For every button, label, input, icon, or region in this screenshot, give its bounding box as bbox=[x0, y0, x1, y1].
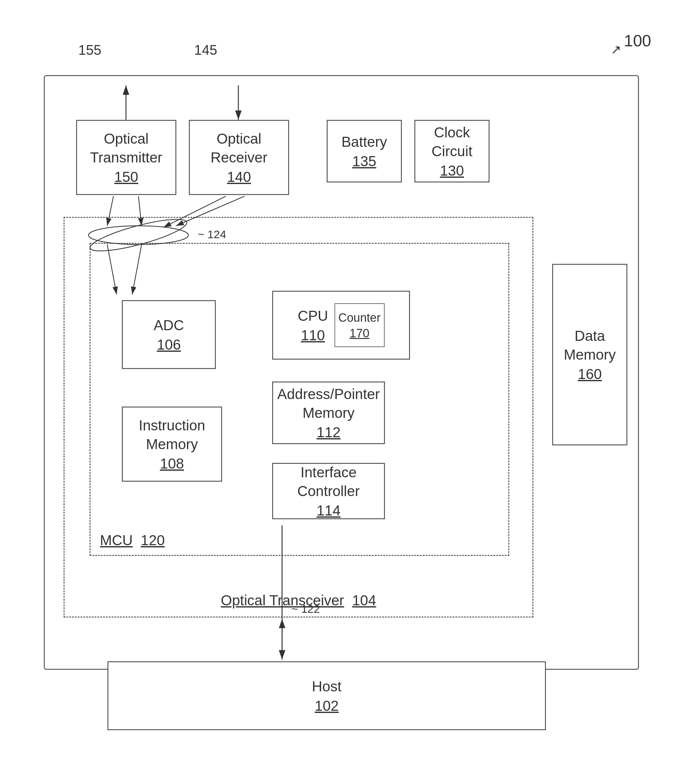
interface-controller-label: Interface Controller bbox=[273, 463, 384, 501]
cpu-box: CPU 110 Counter 170 bbox=[272, 291, 410, 360]
address-memory-number: 112 bbox=[317, 424, 341, 441]
data-memory-box: Data Memory 160 bbox=[552, 264, 627, 445]
cpu-number: 110 bbox=[301, 327, 325, 344]
optical-receiver-number: 140 bbox=[227, 168, 251, 185]
optical-receiver-box: Optical Receiver 140 bbox=[189, 120, 289, 195]
host-label: Host bbox=[312, 677, 342, 696]
optical-transmitter-label: Optical Transmitter bbox=[77, 130, 175, 167]
battery-number: 135 bbox=[352, 153, 376, 170]
mcu-label: MCU 120 bbox=[100, 532, 165, 548]
data-memory-label: Data Memory bbox=[553, 327, 626, 364]
instruction-memory-box: Instruction Memory 108 bbox=[122, 407, 222, 482]
host-box: Host 102 bbox=[107, 661, 546, 730]
adc-number: 106 bbox=[157, 336, 181, 353]
ref-100-label: 100 bbox=[624, 31, 651, 50]
counter-number: 170 bbox=[350, 327, 369, 340]
mcu-box: ADC 106 CPU 110 Counter 170 Inst bbox=[89, 243, 509, 556]
battery-box: Battery 135 bbox=[327, 120, 402, 183]
optical-transceiver-box: ADC 106 CPU 110 Counter 170 Inst bbox=[64, 217, 533, 618]
instruction-memory-label: Instruction Memory bbox=[123, 416, 221, 454]
adc-box: ADC 106 bbox=[122, 300, 216, 369]
interface-controller-number: 114 bbox=[317, 502, 341, 519]
outer-box: Optical Transmitter 150 Optical Receiver… bbox=[44, 75, 639, 670]
battery-label: Battery bbox=[342, 133, 387, 152]
clock-circuit-number: 130 bbox=[440, 162, 464, 179]
label-145: 145 bbox=[194, 42, 217, 58]
optical-transmitter-box: Optical Transmitter 150 bbox=[76, 120, 176, 195]
ref-100-arrow: ↗ bbox=[611, 42, 621, 57]
host-number: 102 bbox=[315, 697, 339, 714]
optical-transceiver-label: Optical Transceiver 104 bbox=[221, 592, 376, 609]
adc-label: ADC bbox=[154, 316, 184, 335]
counter-label: Counter bbox=[338, 310, 381, 326]
optical-receiver-label: Optical Receiver bbox=[190, 130, 288, 167]
cpu-label: CPU bbox=[297, 307, 328, 326]
label-155: 155 bbox=[78, 42, 101, 58]
instruction-memory-number: 108 bbox=[160, 455, 184, 472]
clock-circuit-box: Clock Circuit 130 bbox=[414, 120, 490, 183]
optical-transmitter-number: 150 bbox=[114, 168, 139, 185]
data-memory-number: 160 bbox=[578, 366, 602, 382]
interface-controller-box: Interface Controller 114 bbox=[272, 463, 385, 519]
counter-box: Counter 170 bbox=[335, 303, 385, 347]
address-memory-box: Address/Pointer Memory 112 bbox=[272, 382, 385, 444]
clock-circuit-label: Clock Circuit bbox=[415, 123, 489, 161]
address-memory-label: Address/Pointer Memory bbox=[273, 385, 384, 423]
